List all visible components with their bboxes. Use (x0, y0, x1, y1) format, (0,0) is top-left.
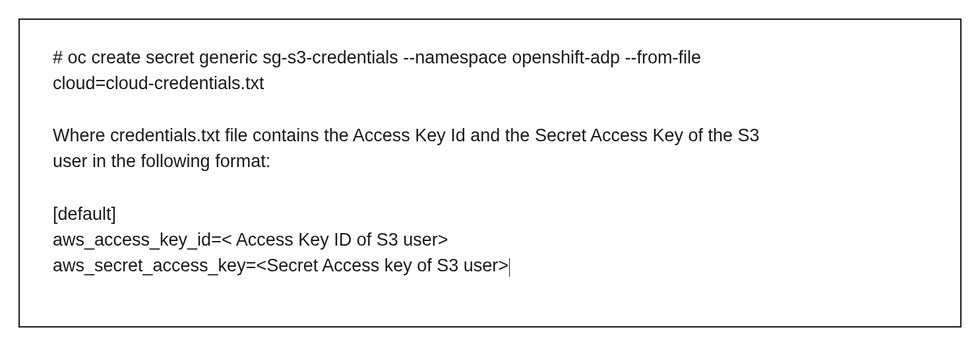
credentials-line-2: aws_access_key_id=< Access Key ID of S3 … (53, 227, 927, 253)
blank-line (53, 175, 927, 201)
description-line-1: Where credentials.txt file contains the … (53, 123, 927, 149)
code-snippet-box: # oc create secret generic sg-s3-credent… (18, 18, 962, 328)
credentials-line-3: aws_secret_access_key=<Secret Access key… (53, 253, 927, 279)
command-text-line-1: # oc create secret generic sg-s3-credent… (53, 45, 927, 71)
description-line-2: user in the following format: (53, 149, 927, 174)
command-text-line-2: cloud=cloud-credentials.txt (53, 71, 927, 96)
blank-line (53, 96, 927, 123)
credentials-line-1: [default] (53, 201, 927, 227)
